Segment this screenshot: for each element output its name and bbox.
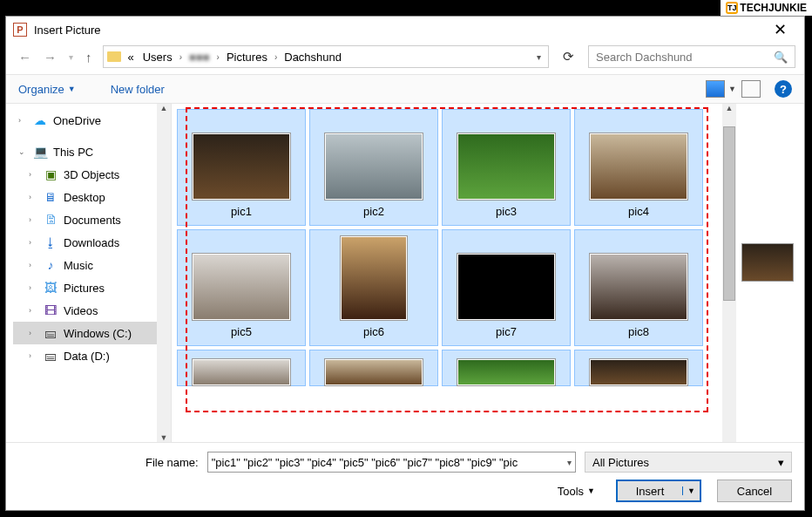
tree-scrollbar[interactable]: ▲ ▼ [157, 104, 171, 442]
videos-icon: 🎞 [43, 303, 58, 317]
file-scrollbar[interactable]: ▲ [722, 104, 736, 442]
tree-pictures[interactable]: › 🖼 Pictures [13, 276, 171, 299]
scroll-thumb[interactable] [723, 126, 735, 301]
file-tile-partial[interactable] [309, 350, 438, 386]
drive-icon: 🖴 [43, 349, 58, 363]
tree-3dobjects[interactable]: › ▣ 3D Objects [13, 163, 171, 186]
insert-split-drop[interactable]: ▼ [682, 486, 700, 495]
back-button[interactable]: ← [18, 50, 31, 65]
file-tile-partial[interactable] [574, 350, 703, 386]
footer: File name: "pic1" "pic2" "pic3" "pic4" "… [6, 442, 804, 510]
crumb-user-blurred[interactable]: ■■■ [187, 51, 212, 64]
tree-label: Videos [64, 304, 98, 317]
file-tile-pic3[interactable]: pic3 [442, 109, 571, 226]
chevron-right-icon: › [29, 170, 37, 179]
crumb-dachshund[interactable]: Dachshund [282, 51, 343, 64]
chevron-right-icon: › [18, 116, 27, 125]
chevron-right-icon: › [29, 261, 37, 269]
address-bar[interactable]: « Users › ■■■ › Pictures › Dachshund ▾ [103, 45, 550, 68]
tree-thispc[interactable]: ⌄ 💻 This PC [13, 140, 171, 163]
pictures-icon: 🖼 [43, 281, 58, 295]
insert-button[interactable]: Insert ▼ [616, 480, 701, 502]
drive-icon: 🖴 [43, 326, 58, 340]
downloads-icon: ⭳ [43, 235, 58, 249]
scroll-down-icon[interactable]: ▼ [160, 433, 168, 442]
thumbnail [457, 359, 555, 385]
filter-label: All Pictures [592, 456, 649, 469]
tree-windows-c[interactable]: › 🖴 Windows (C:) [13, 322, 171, 344]
file-type-filter[interactable]: All Pictures ▾ [585, 452, 792, 473]
scroll-up-icon[interactable]: ▲ [160, 104, 168, 112]
tree-documents[interactable]: › 🖺 Documents [13, 208, 171, 231]
tree-music[interactable]: › ♪ Music [13, 254, 171, 276]
tools-label: Tools [558, 485, 584, 498]
chevron-right-icon: › [179, 52, 182, 62]
thumbnail [457, 254, 555, 320]
file-name: pic7 [496, 325, 517, 338]
recent-drop-icon[interactable]: ▾ [69, 52, 73, 62]
file-tile-pic6[interactable]: pic6 [309, 229, 438, 346]
dialog-body: › ☁ OneDrive ⌄ 💻 This PC › ▣ 3D Objects … [6, 104, 804, 442]
preview-pane [736, 104, 804, 442]
thumbnail [193, 133, 290, 200]
tree-downloads[interactable]: › ⭳ Downloads [13, 231, 171, 254]
up-button[interactable]: ↑ [85, 50, 92, 65]
new-folder-label: New folder [111, 83, 165, 96]
desktop-icon: 🖥 [43, 190, 58, 204]
file-tile-partial[interactable] [442, 350, 571, 386]
folder-icon [107, 51, 121, 62]
chevron-down-icon: ▼ [587, 486, 595, 495]
tree-label: 3D Objects [64, 168, 119, 181]
chevron-right-icon: › [29, 193, 37, 201]
organize-button[interactable]: Organize ▼ [18, 83, 76, 96]
chevron-right-icon: › [29, 306, 37, 315]
chevron-down-icon: ⌄ [18, 147, 27, 156]
chevron-down-icon[interactable]: ▾ [778, 456, 784, 469]
chevron-right-icon: › [274, 52, 277, 62]
tools-button[interactable]: Tools ▼ [558, 485, 595, 498]
search-placeholder: Search Dachshund [596, 51, 693, 64]
chevron-down-icon[interactable]: ▼ [728, 85, 736, 93]
tree-videos[interactable]: › 🎞 Videos [13, 299, 171, 322]
tree-data-d[interactable]: › 🖴 Data (D:) [13, 344, 171, 367]
address-drop-icon[interactable]: ▾ [533, 52, 545, 62]
tree-desktop[interactable]: › 🖥 Desktop [13, 186, 171, 208]
file-name: pic1 [231, 205, 252, 218]
crumb-pictures[interactable]: Pictures [225, 51, 269, 64]
file-tile-pic7[interactable]: pic7 [442, 229, 571, 346]
chevron-right-icon: › [29, 238, 37, 247]
file-tile-pic8[interactable]: pic8 [574, 229, 703, 346]
chevron-down-icon[interactable]: ▾ [567, 458, 572, 467]
watermark-text: TECHJUNKIE [740, 2, 807, 14]
watermark: TJ TECHJUNKIE [721, 0, 812, 16]
new-folder-button[interactable]: New folder [111, 83, 165, 96]
file-tile-pic2[interactable]: pic2 [309, 109, 438, 226]
file-grid-area[interactable]: pic1 pic2 pic3 pic4 [172, 104, 722, 442]
crumb-prefix: « [126, 51, 136, 64]
close-button[interactable]: ✕ [762, 17, 797, 42]
help-button[interactable]: ? [775, 80, 792, 98]
thumbnail [325, 133, 423, 200]
tree-onedrive[interactable]: › ☁ OneDrive [13, 109, 171, 132]
file-tile-pic4[interactable]: pic4 [574, 109, 703, 226]
watermark-icon: TJ [726, 2, 738, 14]
file-tile-partial[interactable] [177, 350, 306, 386]
refresh-button[interactable]: ⟳ [559, 49, 578, 65]
forward-button[interactable]: → [44, 50, 57, 65]
view-mode-preview-button[interactable] [741, 80, 761, 98]
3d-icon: ▣ [43, 167, 58, 181]
file-tile-pic1[interactable]: pic1 [177, 109, 306, 226]
scroll-up-icon[interactable]: ▲ [726, 104, 734, 112]
chevron-right-icon: › [29, 329, 37, 337]
file-name: pic4 [628, 205, 649, 218]
view-mode-thumb-icon[interactable] [706, 80, 725, 98]
folder-tree[interactable]: › ☁ OneDrive ⌄ 💻 This PC › ▣ 3D Objects … [6, 104, 172, 442]
thumbnail [590, 359, 687, 385]
search-input[interactable]: Search Dachshund 🔍 [588, 45, 795, 68]
cancel-button[interactable]: Cancel [717, 480, 792, 502]
filename-input[interactable]: "pic1" "pic2" "pic3" "pic4" "pic5" "pic6… [207, 452, 576, 473]
crumb-users[interactable]: Users [141, 51, 174, 64]
file-tile-pic5[interactable]: pic5 [177, 229, 306, 346]
music-icon: ♪ [43, 258, 58, 272]
chevron-right-icon: › [29, 351, 37, 360]
